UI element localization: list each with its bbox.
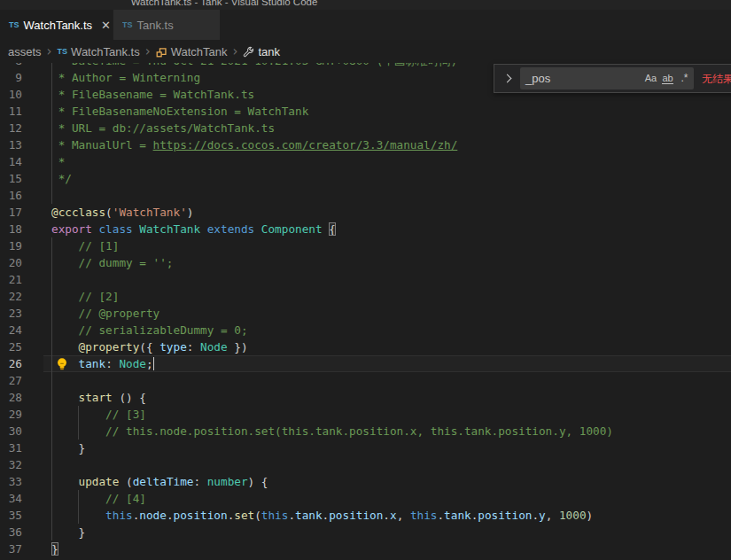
line-number: 31: [0, 439, 22, 456]
indent-guide: [51, 237, 52, 541]
code-line-19[interactable]: 19 // [1]: [0, 237, 731, 254]
code-line-18[interactable]: 18export class WatchTank extends Compone…: [0, 221, 731, 237]
code-text: * DateTime = Thu Oct 21 2021 10:21:03 GM…: [51, 63, 457, 69]
code-text: // [4]: [51, 490, 146, 507]
line-number: 10: [0, 86, 22, 103]
code-line-29[interactable]: 29 // [3]: [0, 406, 731, 423]
code-text: // @property: [51, 305, 159, 322]
line-number: 32: [0, 456, 22, 473]
code-line-11[interactable]: 11 * FileBasenameNoExtension = WatchTank: [0, 103, 731, 120]
breadcrumb-item-watchtank-ts[interactable]: TSWatchTank.ts: [58, 45, 140, 58]
line-number: 16: [0, 187, 22, 204]
chevron-right-icon: ›: [47, 43, 52, 59]
code-text: start () {: [51, 389, 146, 406]
whole-word-icon[interactable]: ab: [659, 69, 676, 88]
line-number: 20: [0, 254, 22, 271]
code-text: this.node.position.set(this.tank.positio…: [51, 507, 593, 524]
line-number: 25: [0, 338, 22, 355]
code-text: update (deltaTime: number) {: [51, 473, 268, 490]
line-number: 36: [0, 524, 22, 541]
vscode-window: WatchTank.ts - Tank - Visual Studio Code…: [0, 0, 731, 560]
line-number: 24: [0, 322, 22, 338]
code-line-24[interactable]: 24 // serializableDummy = 0;: [0, 322, 731, 338]
line-number: 13: [0, 136, 22, 153]
close-icon[interactable]: ✕: [99, 19, 113, 32]
line-number: 27: [0, 372, 22, 389]
line-number: 28: [0, 389, 22, 406]
code-text: *: [51, 153, 65, 170]
line-number: 29: [0, 406, 22, 423]
chevron-right-icon: ›: [145, 43, 151, 59]
line-number: 12: [0, 120, 22, 136]
line-number: 11: [0, 103, 22, 120]
code-text: * Author = Winterning: [51, 69, 200, 86]
code-line-12[interactable]: 12 * URL = db://assets/WatchTank.ts: [0, 120, 731, 136]
breadcrumb-item-watchtank[interactable]: WatchTank: [156, 45, 228, 58]
tab-tank-ts[interactable]: TSTank.ts: [113, 10, 220, 40]
code-text: }: [51, 541, 58, 557]
find-input[interactable]: _pos Aa ab .*: [520, 67, 694, 89]
tab-watchtank-ts[interactable]: TSWatchTank.ts✕: [0, 10, 113, 40]
code-line-33[interactable]: 33 update (deltaTime: number) {: [0, 473, 731, 490]
code-line-15[interactable]: 15 */: [0, 170, 731, 187]
breadcrumb: assets›TSWatchTank.ts›WatchTank›tank: [0, 40, 731, 63]
tab-label: Tank.ts: [137, 19, 174, 32]
line-number: 22: [0, 288, 22, 305]
code-text: }: [51, 439, 85, 456]
code-line-17[interactable]: 17@ccclass('WatchTank'): [0, 204, 731, 221]
breadcrumb-label: tank: [258, 45, 280, 58]
breadcrumb-label: WatchTank.ts: [71, 45, 140, 58]
window-title: WatchTank.ts - Tank - Visual Studio Code: [131, 0, 318, 7]
code-line-26[interactable]: 26 tank: Node;: [0, 355, 731, 372]
editor[interactable]: 8 * DateTime = Thu Oct 21 2021 10:21:03 …: [0, 63, 731, 560]
breadcrumb-item-tank[interactable]: tank: [243, 45, 280, 58]
code-text: * FileBasenameNoExtension = WatchTank: [51, 103, 308, 120]
find-query-text: _pos: [525, 67, 550, 89]
code-text: // [3]: [51, 406, 146, 423]
code-text: * ManualUrl = https://docs.cocos.com/cre…: [51, 136, 457, 153]
property-wrench-icon: [243, 46, 254, 58]
breadcrumb-item-assets[interactable]: assets: [8, 45, 42, 58]
code-text: @property({ type: Node }): [51, 338, 248, 355]
code-line-31[interactable]: 31 }: [0, 439, 731, 456]
code-line-14[interactable]: 14 *: [0, 153, 731, 170]
find-expand-chevron-icon[interactable]: [503, 74, 512, 83]
code-line-28[interactable]: 28 start () {: [0, 389, 731, 406]
line-number: 9: [0, 69, 22, 86]
code-line-16[interactable]: 16: [0, 187, 731, 204]
indent-guide: [51, 63, 52, 204]
code-line-22[interactable]: 22 // [2]: [0, 288, 731, 305]
line-number: 23: [0, 305, 22, 322]
code-text: @ccclass('WatchTank'): [51, 204, 193, 221]
breadcrumb-label: WatchTank: [171, 45, 228, 58]
find-result-count: 无结果: [702, 65, 731, 93]
match-case-icon[interactable]: Aa: [642, 69, 659, 88]
regex-icon[interactable]: .*: [676, 69, 693, 88]
code-line-27[interactable]: 27: [0, 372, 731, 389]
title-bar: WatchTank.ts - Tank - Visual Studio Code: [0, 0, 731, 10]
code-line-23[interactable]: 23 // @property: [0, 305, 731, 322]
lightbulb-icon[interactable]: [56, 357, 68, 375]
code-text: }: [51, 524, 85, 541]
code-line-34[interactable]: 34 // [4]: [0, 490, 731, 507]
line-number: 18: [0, 221, 22, 237]
code-line-37[interactable]: 37}: [0, 541, 731, 557]
code-line-36[interactable]: 36 }: [0, 524, 731, 541]
code-line-35[interactable]: 35 this.node.position.set(this.tank.posi…: [0, 507, 731, 524]
breadcrumb-label: assets: [8, 45, 42, 58]
code-line-21[interactable]: 21: [0, 271, 731, 288]
code-line-20[interactable]: 20 // dummy = '';: [0, 254, 731, 271]
line-number: 17: [0, 204, 22, 221]
code-line-13[interactable]: 13 * ManualUrl = https://docs.cocos.com/…: [0, 136, 731, 153]
code-line-32[interactable]: 32: [0, 456, 731, 473]
code-line-30[interactable]: 30 // this.node.position.set(this.tank.p…: [0, 423, 731, 439]
line-number: 21: [0, 271, 22, 288]
code-text: // this.node.position.set(this.tank.posi…: [51, 423, 613, 439]
line-number: 37: [0, 541, 22, 557]
typescript-icon: TS: [9, 20, 19, 29]
code-text: * URL = db://assets/WatchTank.ts: [51, 120, 275, 136]
code-text: // [2]: [51, 288, 119, 305]
line-number: 14: [0, 153, 22, 170]
code-text: // [1]: [51, 237, 119, 254]
code-line-25[interactable]: 25 @property({ type: Node }): [0, 338, 731, 355]
